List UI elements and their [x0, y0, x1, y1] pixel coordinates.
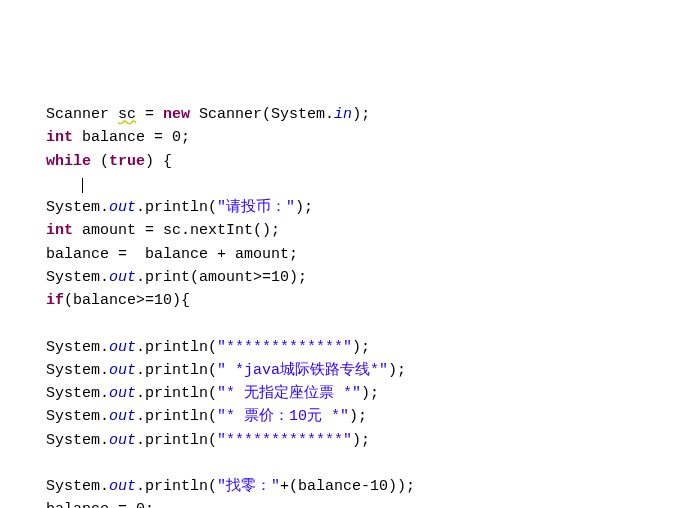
code-line-14: System.out.println("* 票价：10元 *"); [10, 405, 673, 428]
indent [10, 106, 46, 123]
token: System. [46, 432, 109, 449]
token: +(balance-10)); [280, 478, 415, 495]
token: Scanner(System. [190, 106, 334, 123]
indent [10, 408, 46, 425]
code-line-15: System.out.println("*************"); [10, 429, 673, 452]
text-cursor [82, 178, 83, 193]
string-literal: "* 无指定座位票 *" [217, 385, 361, 402]
code-line-7: balance = balance + amount; [10, 243, 673, 266]
code-line-13: System.out.println("* 无指定座位票 *"); [10, 382, 673, 405]
code-line-1: Scanner sc = new Scanner(System.in); [10, 103, 673, 126]
token: .println( [136, 362, 217, 379]
indent [10, 222, 46, 239]
field-out: out [109, 408, 136, 425]
string-literal: "*************" [217, 339, 352, 356]
token: balance = 0; [73, 129, 190, 146]
indent [10, 478, 46, 495]
token: System. [46, 478, 109, 495]
indent [10, 153, 46, 170]
keyword-if: if [46, 292, 64, 309]
field-in: in [334, 106, 352, 123]
code-line-18: balance = 0; [10, 498, 673, 508]
keyword-new: new [163, 106, 190, 123]
indent [46, 176, 82, 193]
indent [10, 246, 46, 263]
indent [10, 385, 46, 402]
code-line-16 [10, 452, 673, 475]
token: .println( [136, 339, 217, 356]
string-literal: " *java城际铁路专线*" [217, 362, 388, 379]
token: System. [46, 408, 109, 425]
token: (balance>=10){ [64, 292, 190, 309]
indent [10, 362, 46, 379]
token: .println( [136, 385, 217, 402]
code-line-11: System.out.println("*************"); [10, 336, 673, 359]
code-line-5: System.out.println("请投币："); [10, 196, 673, 219]
token: ); [361, 385, 379, 402]
field-out: out [109, 478, 136, 495]
code-line-12: System.out.println(" *java城际铁路专线*"); [10, 359, 673, 382]
indent [10, 292, 46, 309]
indent [10, 129, 46, 146]
field-out: out [109, 339, 136, 356]
field-out: out [109, 269, 136, 286]
token: .print(amount>=10); [136, 269, 307, 286]
field-out: out [109, 199, 136, 216]
token: ); [352, 106, 370, 123]
code-line-17: System.out.println("找零："+(balance-10)); [10, 475, 673, 498]
indent [10, 339, 46, 356]
token: ( [91, 153, 109, 170]
code-line-9: if(balance>=10){ [10, 289, 673, 312]
code-line-2: int balance = 0; [10, 126, 673, 149]
string-literal: "找零：" [217, 478, 280, 495]
token: System. [46, 339, 109, 356]
token: .println( [136, 478, 217, 495]
field-out: out [109, 385, 136, 402]
code-line-8: System.out.print(amount>=10); [10, 266, 673, 289]
indent [10, 199, 46, 216]
code-line-10 [10, 312, 673, 335]
indent [10, 501, 46, 508]
token: balance = 0; [46, 501, 154, 508]
token: ); [388, 362, 406, 379]
token: balance = balance + amount; [46, 246, 298, 263]
code-block: Scanner sc = new Scanner(System.in); int… [10, 103, 673, 508]
string-literal: "* 票价：10元 *" [217, 408, 349, 425]
keyword-int: int [46, 129, 73, 146]
token: System. [46, 199, 109, 216]
keyword-int: int [46, 222, 73, 239]
token: .println( [136, 408, 217, 425]
keyword-true: true [109, 153, 145, 170]
token: Scanner [46, 106, 118, 123]
token: ); [352, 339, 370, 356]
token: System. [46, 362, 109, 379]
token: amount = sc.nextInt(); [73, 222, 280, 239]
string-literal: "*************" [217, 432, 352, 449]
token: ) { [145, 153, 172, 170]
token: ); [352, 432, 370, 449]
code-line-4 [10, 173, 673, 196]
token: .println( [136, 432, 217, 449]
token: = [136, 106, 163, 123]
field-out: out [109, 362, 136, 379]
indent [10, 269, 46, 286]
indent [10, 176, 46, 193]
code-line-3: while (true) { [10, 150, 673, 173]
string-literal: "请投币：" [217, 199, 295, 216]
keyword-while: while [46, 153, 91, 170]
token-warning: sc [118, 106, 136, 123]
field-out: out [109, 432, 136, 449]
token: System. [46, 269, 109, 286]
token: ); [349, 408, 367, 425]
code-line-6: int amount = sc.nextInt(); [10, 219, 673, 242]
token: ); [295, 199, 313, 216]
token: .println( [136, 199, 217, 216]
indent [10, 432, 46, 449]
token: System. [46, 385, 109, 402]
